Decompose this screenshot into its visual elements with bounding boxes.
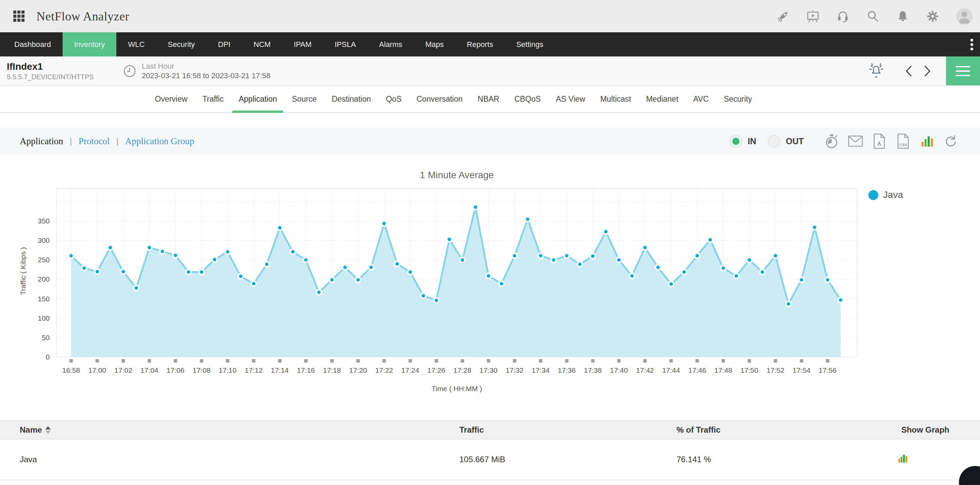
- app-grid-icon[interactable]: [13, 10, 25, 23]
- avatar[interactable]: [956, 8, 972, 24]
- tab-security[interactable]: Security: [716, 86, 759, 112]
- legend-swatch-java: [869, 190, 878, 200]
- topbar-icons: [776, 8, 972, 24]
- prev-interface-icon[interactable]: [904, 65, 913, 78]
- column-header-name[interactable]: Name: [20, 425, 460, 435]
- interface-name: IfIndex1: [7, 61, 94, 72]
- device-info: IfIndex1 5.5.5.7_DEVICE/INT/HTTPS: [7, 61, 94, 81]
- view-links: Application|Protocol|Application Group: [20, 136, 194, 146]
- cell-percent: 76.141 %: [676, 455, 898, 464]
- chart-legend[interactable]: Java: [869, 189, 903, 200]
- email-icon[interactable]: [848, 134, 863, 149]
- nav-item-ipam[interactable]: IPAM: [282, 32, 323, 56]
- report-tabs: OverviewTrafficApplicationSourceDestinat…: [0, 86, 980, 113]
- tab-overview[interactable]: Overview: [147, 86, 195, 112]
- tab-nbar[interactable]: NBAR: [470, 86, 507, 112]
- view-separator: |: [70, 136, 72, 146]
- view-link-application-group[interactable]: Application Group: [125, 136, 194, 146]
- csv-export-icon[interactable]: CSV: [896, 134, 911, 149]
- presentation-icon[interactable]: [807, 10, 819, 23]
- tab-qos[interactable]: QoS: [379, 86, 409, 112]
- header-actions: [867, 56, 980, 85]
- chart-title: 1 Minute Average: [56, 170, 858, 181]
- y-tick-label: 300: [0, 236, 50, 245]
- nav-more-icon[interactable]: [964, 32, 980, 56]
- y-tick-label: 250: [0, 255, 50, 264]
- next-interface-icon[interactable]: [923, 65, 932, 78]
- nav-item-inventory[interactable]: Inventory: [63, 32, 117, 56]
- bar-chart-icon[interactable]: [920, 134, 934, 149]
- out-label: OUT: [786, 137, 804, 146]
- alert-bell-icon[interactable]: [867, 63, 885, 79]
- view-toolbar: Application|Protocol|Application Group I…: [0, 127, 980, 155]
- nav-item-security[interactable]: Security: [156, 32, 206, 56]
- clock-icon: [123, 64, 137, 78]
- tab-destination[interactable]: Destination: [324, 86, 379, 112]
- plot-area[interactable]: [56, 188, 858, 365]
- period-range: 2023-03-21 16:58 to 2023-03-21 17:58: [142, 71, 270, 81]
- nav-item-dashboard[interactable]: Dashboard: [3, 32, 63, 56]
- y-tick-label: 200: [0, 275, 50, 284]
- bell-icon[interactable]: [896, 10, 909, 23]
- cell-showgraph: [898, 453, 950, 466]
- y-tick-label: 350: [0, 217, 50, 226]
- nav-item-wlc[interactable]: WLC: [116, 32, 156, 56]
- nav-item-ipsla[interactable]: IPSLA: [323, 32, 367, 56]
- y-tick-label: 150: [0, 294, 50, 304]
- nav-item-reports[interactable]: Reports: [455, 32, 504, 56]
- time-period[interactable]: Last Hour 2023-03-21 16:58 to 2023-03-21…: [123, 62, 270, 81]
- headset-icon[interactable]: [837, 10, 850, 23]
- interface-path: 5.5.5.7_DEVICE/INT/HTTPS: [7, 72, 94, 81]
- svg-text:CSV: CSV: [899, 143, 907, 147]
- y-tick-label: 100: [0, 314, 50, 323]
- menu-hamburger-button[interactable]: [946, 56, 980, 85]
- view-link-application[interactable]: Application: [20, 136, 63, 146]
- table-header-row: Name Traffic % of Traffic Show Graph: [0, 420, 980, 439]
- nav-item-alarms[interactable]: Alarms: [368, 32, 414, 56]
- out-radio[interactable]: [768, 135, 780, 148]
- in-radio[interactable]: [730, 135, 742, 148]
- column-header-percent[interactable]: % of Traffic: [676, 425, 898, 435]
- cell-name: Java: [20, 455, 460, 464]
- view-separator: |: [116, 136, 118, 146]
- nav-item-ncm[interactable]: NCM: [242, 32, 282, 56]
- legend-label-java: Java: [883, 189, 903, 200]
- main-nav: DashboardInventoryWLCSecurityDPINCMIPAMI…: [0, 32, 980, 56]
- cell-traffic: 105.667 MiB: [460, 455, 676, 464]
- view-link-protocol[interactable]: Protocol: [79, 136, 110, 146]
- x-tick-label: 17:56: [811, 366, 844, 374]
- top-bar: NetFlow Analyzer: [0, 0, 980, 32]
- tab-avc[interactable]: AVC: [686, 86, 716, 112]
- column-header-showgraph: Show Graph: [898, 425, 950, 435]
- table-row: Java 105.667 MiB 76.141 %: [0, 439, 980, 480]
- interface-header: IfIndex1 5.5.5.7_DEVICE/INT/HTTPS Last H…: [0, 56, 980, 86]
- tab-traffic[interactable]: Traffic: [195, 86, 231, 112]
- nav-item-settings[interactable]: Settings: [504, 32, 555, 56]
- show-graph-icon[interactable]: [898, 453, 908, 464]
- tab-conversation[interactable]: Conversation: [409, 86, 470, 112]
- pdf-export-icon[interactable]: [872, 134, 887, 149]
- tab-as-view[interactable]: AS View: [548, 86, 593, 112]
- nav-item-dpi[interactable]: DPI: [207, 32, 242, 56]
- nav-item-maps[interactable]: Maps: [414, 32, 455, 56]
- gear-icon[interactable]: [926, 10, 939, 23]
- tab-multicast[interactable]: Multicast: [593, 86, 639, 112]
- tab-cbqos[interactable]: CBQoS: [507, 86, 548, 112]
- period-label: Last Hour: [142, 62, 270, 71]
- application-table: Name Traffic % of Traffic Show Graph Jav…: [0, 420, 980, 480]
- toolbar-actions: IN OUT: [730, 134, 958, 149]
- netflow-analyzer-app: NetFlow Analyzer: [0, 0, 980, 485]
- search-icon[interactable]: [866, 10, 879, 23]
- timer-icon[interactable]: [824, 134, 839, 149]
- in-label: IN: [748, 137, 756, 146]
- x-axis-title: Time ( HH:MM ): [56, 385, 858, 393]
- y-tick-label: 0: [0, 353, 50, 361]
- tab-source[interactable]: Source: [285, 86, 324, 112]
- rocket-icon[interactable]: [776, 10, 789, 23]
- tab-application[interactable]: Application: [231, 86, 285, 112]
- tab-medianet[interactable]: Medianet: [639, 86, 686, 112]
- traffic-chart: 1 Minute Average Traffic ( Kibps ) Time …: [0, 155, 980, 420]
- column-header-traffic[interactable]: Traffic: [460, 425, 676, 435]
- refresh-icon[interactable]: [943, 134, 958, 149]
- sort-icon: [45, 426, 51, 434]
